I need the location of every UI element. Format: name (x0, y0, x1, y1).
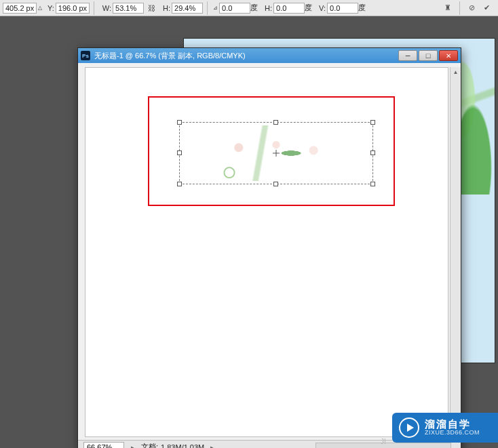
y-position-input[interactable] (56, 3, 90, 14)
transform-handle-ml[interactable] (177, 150, 182, 155)
maximize-button[interactable] (419, 50, 438, 61)
angle-unit: 度 (250, 3, 258, 13)
document-window: Ps 无标题-1 @ 66.7% (背景 副本, RGB/8/CMYK) (77, 47, 461, 448)
height-input[interactable] (172, 3, 203, 14)
transform-handle-mr[interactable] (370, 150, 375, 155)
photoshop-badge-icon: Ps (81, 51, 90, 60)
window-title: 无标题-1 @ 66.7% (背景 副本, RGB/8/CMYK) (94, 51, 246, 61)
doc-size-label: 文档: (141, 442, 158, 448)
side-watermark-text: JI (380, 437, 386, 445)
watermark-badge: 溜溜自学 ZIXUE.3D66.COM (392, 413, 498, 443)
angle-icon: ⊿ (213, 5, 218, 11)
status-menu-chevron-icon[interactable]: ▸ (128, 443, 137, 449)
transform-handle-tr[interactable] (370, 120, 375, 125)
triangle-icon: △ (38, 5, 42, 11)
skew-h-label: H: (265, 4, 272, 12)
options-bar: △ Y: W: ⛓ H: ⊿ 度 H: 度 V: 度 ♜ ⊘ ✔ (0, 0, 498, 16)
zoom-input[interactable] (83, 442, 124, 449)
watermark-brand: 溜溜自学 (425, 419, 480, 430)
scroll-up-arrow-icon[interactable]: ▲ (451, 67, 461, 77)
width-input[interactable] (113, 3, 144, 14)
free-transform-box[interactable] (179, 122, 373, 184)
skew-v-input[interactable] (327, 3, 358, 14)
transform-handle-tl[interactable] (177, 120, 182, 125)
transform-handle-tm[interactable] (273, 120, 278, 125)
commit-transform-icon[interactable]: ✔ (480, 2, 493, 14)
rotation-input[interactable] (219, 3, 250, 14)
window-controls (398, 50, 458, 61)
y-label: Y: (47, 4, 54, 12)
transform-handle-br[interactable] (370, 182, 375, 186)
window-titlebar[interactable]: Ps 无标题-1 @ 66.7% (背景 副本, RGB/8/CMYK) (78, 48, 461, 63)
interpolation-icon[interactable]: ♜ (442, 2, 454, 14)
status-info-chevron-icon[interactable]: ▸ (207, 443, 216, 449)
skew-h-input[interactable] (273, 3, 305, 14)
separator (94, 1, 94, 15)
x-position-input[interactable] (3, 3, 37, 14)
play-icon (399, 418, 419, 438)
link-icon[interactable]: ⛓ (145, 2, 157, 14)
vertical-scrollbar[interactable]: ▲ (450, 67, 461, 437)
separator (459, 1, 460, 15)
transform-handle-bl[interactable] (177, 182, 182, 186)
workspace: Ps 无标题-1 @ 66.7% (背景 副本, RGB/8/CMYK) (0, 16, 498, 448)
skew-h-unit: 度 (305, 3, 312, 13)
options-right-icons: ♜ ⊘ ✔ (440, 1, 498, 15)
doc-size-value: 1.83M/1.03M (161, 443, 204, 449)
canvas-wrap: ▲ ▸ 文档: 1.83M/1.03M ▸ (78, 63, 461, 448)
w-label: W: (102, 4, 111, 12)
watermark-url: ZIXUE.3D66.COM (425, 430, 480, 436)
close-button[interactable] (439, 50, 458, 61)
transform-handle-bm[interactable] (273, 182, 278, 186)
canvas[interactable] (85, 67, 448, 437)
transform-center-point[interactable] (273, 150, 280, 157)
cancel-transform-icon[interactable]: ⊘ (465, 2, 478, 14)
skew-v-unit: 度 (358, 3, 366, 13)
separator (207, 1, 208, 15)
skew-v-label: V: (319, 4, 326, 12)
h-label: H: (163, 4, 170, 12)
minimize-button[interactable] (398, 50, 417, 61)
